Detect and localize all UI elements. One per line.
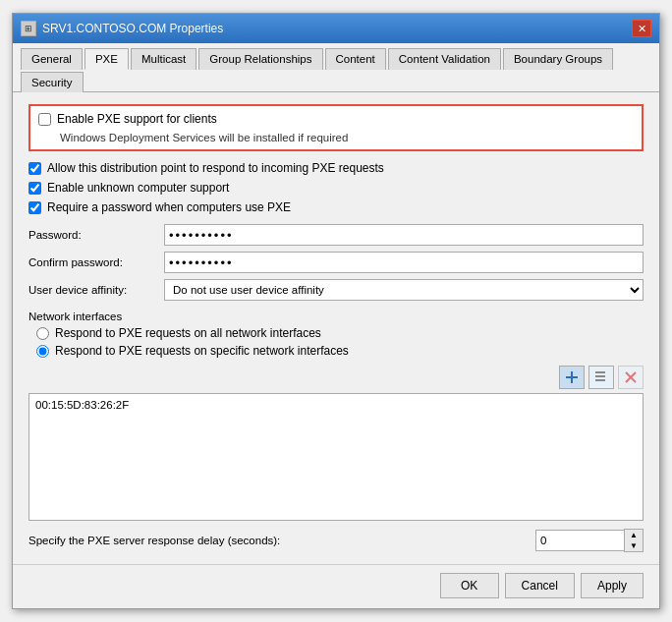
tab-content[interactable]: Content [325,48,386,70]
radio-all-row: Respond to PXE requests on all network i… [28,326,644,340]
close-button[interactable]: ✕ [632,20,651,37]
enable-pxe-label: Enable PXE support for clients [57,112,217,126]
tab-content-area: Enable PXE support for clients Windows D… [13,92,659,564]
tab-multicast[interactable]: Multicast [131,48,196,70]
list-item: 00:15:5D:83:26:2F [33,398,639,412]
spinner-down-button[interactable]: ▼ [625,540,643,551]
radio-all-label: Respond to PXE requests on all network i… [55,326,321,340]
delay-spinner: 0 ▲ ▼ [535,529,644,552]
svg-rect-1 [566,376,578,378]
allow-incoming-row: Allow this distribution point to respond… [28,161,644,175]
affinity-label: User device affinity: [28,284,156,296]
radio-specific-label: Respond to PXE requests on specific netw… [55,344,349,358]
apply-button[interactable]: Apply [581,573,644,598]
tab-boundary-groups[interactable]: Boundary Groups [503,48,613,70]
confirm-password-input[interactable] [164,252,644,273]
network-interfaces-list[interactable]: 00:15:5D:83:26:2F [28,393,644,521]
enable-unknown-label: Enable unknown computer support [47,181,229,195]
window-title: SRV1.CONTOSO.COM Properties [42,22,223,35]
tab-pxe[interactable]: PXE [84,48,129,70]
list-toolbar [28,366,644,389]
main-window: ⊞ SRV1.CONTOSO.COM Properties ✕ General … [12,13,660,609]
add-button[interactable] [559,366,585,389]
password-form: Password: Confirm password: User device … [28,224,644,301]
tab-security[interactable]: Security [21,72,84,92]
title-bar: ⊞ SRV1.CONTOSO.COM Properties ✕ [13,14,659,43]
delay-label: Specify the PXE server response delay (s… [28,535,528,546]
enable-unknown-checkbox[interactable] [28,182,41,195]
allow-incoming-label: Allow this distribution point to respond… [47,161,384,175]
ok-button[interactable]: OK [440,573,499,598]
tabs-bar: General PXE Multicast Group Relationship… [13,43,659,92]
svg-rect-4 [595,375,605,377]
svg-rect-2 [595,379,605,381]
delete-button[interactable] [618,366,644,389]
tab-general[interactable]: General [21,48,83,70]
enable-pxe-row: Enable PXE support for clients [38,112,634,126]
spinner-up-button[interactable]: ▲ [625,530,643,540]
network-interfaces-label: Network interfaces [28,311,644,322]
svg-rect-3 [595,371,605,373]
affinity-select[interactable]: Do not use user device affinity Allow us… [164,279,644,301]
confirm-password-label: Confirm password: [28,256,156,268]
password-input[interactable] [164,224,644,246]
wds-note: Windows Deployment Services will be inst… [38,132,634,143]
tab-group-relationships[interactable]: Group Relationships [198,48,322,70]
spinner-buttons: ▲ ▼ [624,529,644,552]
network-interfaces-section: Network interfaces Respond to PXE reques… [28,311,644,358]
edit-button[interactable] [588,366,614,389]
require-password-label: Require a password when computers use PX… [47,200,291,214]
radio-specific-interfaces[interactable] [36,345,49,358]
bottom-buttons: OK Cancel Apply [13,564,659,608]
enable-unknown-row: Enable unknown computer support [28,181,644,195]
radio-all-interfaces[interactable] [36,327,49,340]
delay-row: Specify the PXE server response delay (s… [28,529,644,552]
cancel-button[interactable]: Cancel [505,573,575,598]
delay-input[interactable]: 0 [535,530,624,551]
require-password-checkbox[interactable] [28,201,41,214]
pxe-enable-box: Enable PXE support for clients Windows D… [28,104,644,151]
window-icon: ⊞ [21,21,36,36]
require-password-row: Require a password when computers use PX… [28,200,644,214]
enable-pxe-checkbox[interactable] [38,113,51,126]
password-label: Password: [28,229,156,241]
radio-specific-row: Respond to PXE requests on specific netw… [28,344,644,358]
allow-incoming-checkbox[interactable] [28,162,41,175]
tab-content-validation[interactable]: Content Validation [388,48,501,70]
